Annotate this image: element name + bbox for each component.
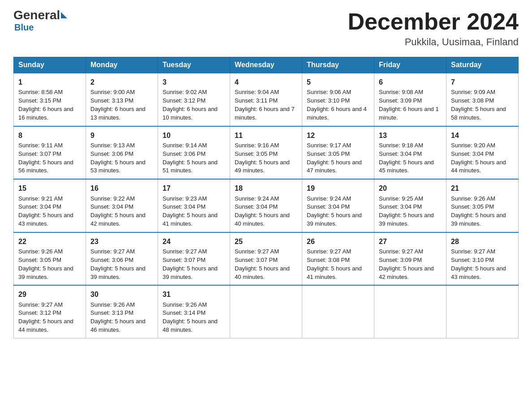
day-sunset: Sunset: 3:13 PM xyxy=(90,309,153,317)
day-sunset: Sunset: 3:04 PM xyxy=(235,203,297,211)
day-daylight: Daylight: 6 hours and 16 minutes. xyxy=(18,105,81,122)
day-cell-5: 5 Sunrise: 9:06 AM Sunset: 3:10 PM Dayli… xyxy=(302,73,374,126)
day-number: 14 xyxy=(451,130,514,141)
day-number: 22 xyxy=(18,236,81,247)
day-sunset: Sunset: 3:13 PM xyxy=(90,97,153,105)
day-daylight: Daylight: 5 hours and 40 minutes. xyxy=(235,265,297,282)
day-number: 10 xyxy=(163,130,225,141)
day-number: 20 xyxy=(379,183,442,193)
day-header-sunday: Sunday xyxy=(14,57,86,73)
day-daylight: Daylight: 5 hours and 46 minutes. xyxy=(90,317,153,334)
day-sunrise: Sunrise: 9:14 AM xyxy=(163,141,225,150)
day-daylight: Daylight: 5 hours and 43 minutes. xyxy=(451,265,514,282)
day-sunrise: Sunrise: 9:16 AM xyxy=(235,141,297,150)
day-sunrise: Sunrise: 9:09 AM xyxy=(451,88,514,97)
day-daylight: Daylight: 5 hours and 53 minutes. xyxy=(90,158,153,176)
day-daylight: Daylight: 6 hours and 4 minutes. xyxy=(307,105,369,122)
day-header-wednesday: Wednesday xyxy=(230,57,302,73)
day-cell-11: 11 Sunrise: 9:16 AM Sunset: 3:05 PM Dayl… xyxy=(230,126,302,180)
day-cell-15: 15 Sunrise: 9:21 AM Sunset: 3:04 PM Dayl… xyxy=(14,179,86,232)
day-number: 27 xyxy=(379,236,442,247)
day-cell-20: 20 Sunrise: 9:25 AM Sunset: 3:04 PM Dayl… xyxy=(374,179,446,232)
day-daylight: Daylight: 6 hours and 13 minutes. xyxy=(90,105,153,122)
day-sunset: Sunset: 3:04 PM xyxy=(307,203,369,211)
day-number: 28 xyxy=(451,236,514,247)
week-row-1: 1 Sunrise: 8:58 AM Sunset: 3:15 PM Dayli… xyxy=(14,73,519,126)
day-number: 15 xyxy=(18,183,81,193)
day-cell-21: 21 Sunrise: 9:26 AM Sunset: 3:05 PM Dayl… xyxy=(446,179,519,232)
day-number: 18 xyxy=(235,183,297,193)
day-sunset: Sunset: 3:04 PM xyxy=(90,203,153,211)
day-daylight: Daylight: 5 hours and 39 minutes. xyxy=(307,211,369,228)
day-sunset: Sunset: 3:05 PM xyxy=(307,150,369,158)
day-daylight: Daylight: 5 hours and 47 minutes. xyxy=(307,158,369,176)
title-block: December 2024 Pukkila, Uusimaa, Finland xyxy=(348,9,519,48)
day-daylight: Daylight: 5 hours and 49 minutes. xyxy=(235,158,297,176)
day-sunset: Sunset: 3:04 PM xyxy=(163,203,225,211)
week-row-4: 22 Sunrise: 9:26 AM Sunset: 3:05 PM Dayl… xyxy=(14,232,519,286)
day-sunset: Sunset: 3:15 PM xyxy=(18,97,81,105)
day-daylight: Daylight: 5 hours and 51 minutes. xyxy=(163,158,225,176)
day-cell-27: 27 Sunrise: 9:27 AM Sunset: 3:09 PM Dayl… xyxy=(374,232,446,286)
day-sunrise: Sunrise: 9:27 AM xyxy=(379,248,442,256)
day-header-monday: Monday xyxy=(86,57,158,73)
day-sunrise: Sunrise: 9:27 AM xyxy=(90,248,153,256)
day-number: 17 xyxy=(163,183,225,193)
day-sunrise: Sunrise: 9:04 AM xyxy=(235,88,297,97)
day-daylight: Daylight: 5 hours and 45 minutes. xyxy=(379,158,442,176)
day-sunrise: Sunrise: 9:18 AM xyxy=(379,141,442,150)
day-daylight: Daylight: 5 hours and 39 minutes. xyxy=(163,265,225,282)
day-sunrise: Sunrise: 9:26 AM xyxy=(163,301,225,309)
day-sunrise: Sunrise: 9:20 AM xyxy=(451,141,514,150)
day-daylight: Daylight: 6 hours and 7 minutes. xyxy=(235,105,297,122)
logo-general-text: General xyxy=(13,9,60,21)
day-number: 4 xyxy=(235,77,297,87)
day-number: 8 xyxy=(18,130,81,141)
day-daylight: Daylight: 6 hours and 10 minutes. xyxy=(163,105,225,122)
day-sunset: Sunset: 3:07 PM xyxy=(235,256,297,265)
day-cell-7: 7 Sunrise: 9:09 AM Sunset: 3:08 PM Dayli… xyxy=(446,73,519,126)
day-number: 25 xyxy=(235,236,297,247)
day-sunset: Sunset: 3:06 PM xyxy=(163,150,225,158)
day-number: 31 xyxy=(163,289,225,300)
day-header-thursday: Thursday xyxy=(302,57,374,73)
day-number: 7 xyxy=(451,77,514,87)
day-sunrise: Sunrise: 9:06 AM xyxy=(307,88,369,97)
day-number: 6 xyxy=(379,77,442,87)
day-cell-4: 4 Sunrise: 9:04 AM Sunset: 3:11 PM Dayli… xyxy=(230,73,302,126)
month-title: December 2024 xyxy=(348,9,519,34)
day-daylight: Daylight: 5 hours and 58 minutes. xyxy=(451,105,514,122)
day-daylight: Daylight: 5 hours and 42 minutes. xyxy=(90,211,153,228)
empty-cell xyxy=(374,285,446,338)
day-cell-30: 30 Sunrise: 9:26 AM Sunset: 3:13 PM Dayl… xyxy=(86,285,158,338)
empty-cell xyxy=(302,285,374,338)
day-number: 2 xyxy=(90,77,153,87)
day-sunrise: Sunrise: 9:27 AM xyxy=(451,248,514,256)
day-sunrise: Sunrise: 9:08 AM xyxy=(379,88,442,97)
location-text: Pukkila, Uusimaa, Finland xyxy=(348,36,519,48)
day-sunrise: Sunrise: 9:25 AM xyxy=(379,195,442,203)
day-cell-1: 1 Sunrise: 8:58 AM Sunset: 3:15 PM Dayli… xyxy=(14,73,86,126)
day-cell-24: 24 Sunrise: 9:27 AM Sunset: 3:07 PM Dayl… xyxy=(158,232,230,286)
day-sunrise: Sunrise: 9:00 AM xyxy=(90,88,153,97)
day-sunrise: Sunrise: 9:17 AM xyxy=(307,141,369,150)
day-cell-25: 25 Sunrise: 9:27 AM Sunset: 3:07 PM Dayl… xyxy=(230,232,302,286)
day-cell-12: 12 Sunrise: 9:17 AM Sunset: 3:05 PM Dayl… xyxy=(302,126,374,180)
day-number: 12 xyxy=(307,130,369,141)
day-cell-28: 28 Sunrise: 9:27 AM Sunset: 3:10 PM Dayl… xyxy=(446,232,519,286)
day-daylight: Daylight: 5 hours and 42 minutes. xyxy=(379,265,442,282)
day-number: 29 xyxy=(18,289,81,300)
day-daylight: Daylight: 5 hours and 41 minutes. xyxy=(163,211,225,228)
logo: General Blue xyxy=(13,9,68,33)
day-sunset: Sunset: 3:04 PM xyxy=(451,150,514,158)
week-row-3: 15 Sunrise: 9:21 AM Sunset: 3:04 PM Dayl… xyxy=(14,179,519,232)
day-sunset: Sunset: 3:12 PM xyxy=(163,97,225,105)
day-number: 5 xyxy=(307,77,369,87)
day-daylight: Daylight: 6 hours and 1 minute. xyxy=(379,105,442,122)
day-number: 30 xyxy=(90,289,153,300)
day-daylight: Daylight: 5 hours and 39 minutes. xyxy=(379,211,442,228)
day-sunset: Sunset: 3:08 PM xyxy=(307,256,369,265)
day-sunrise: Sunrise: 9:21 AM xyxy=(18,195,81,203)
day-sunset: Sunset: 3:06 PM xyxy=(90,256,153,265)
day-number: 26 xyxy=(307,236,369,247)
